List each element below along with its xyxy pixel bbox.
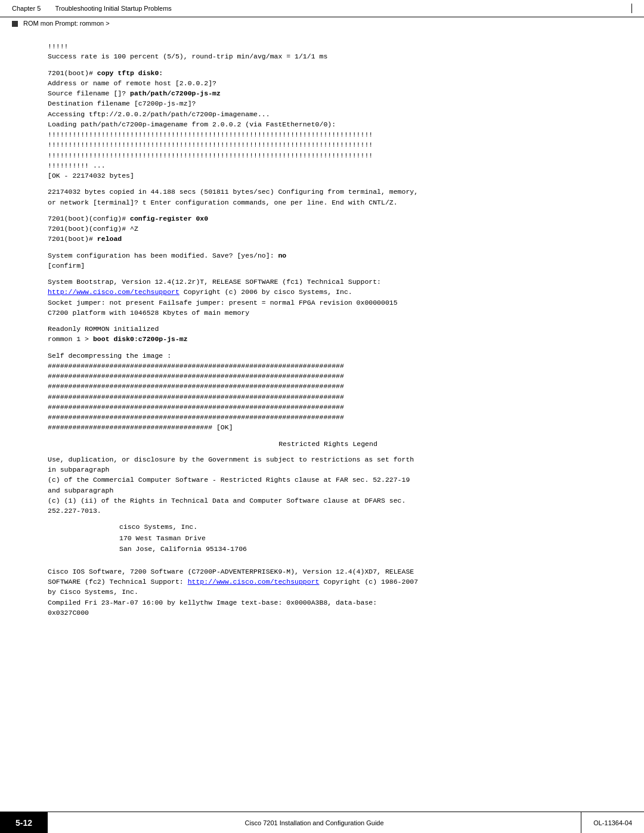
line43: 252.227-7013. xyxy=(48,507,101,515)
content-block-3: 22174032 bytes copied in 44.188 secs (50… xyxy=(48,187,608,208)
line27-plain: Copyright (c) 2006 by cisco Systems, Inc… xyxy=(179,288,352,296)
hashes4: ########################################… xyxy=(48,393,344,401)
line24: [confirm] xyxy=(48,262,85,270)
restricted-rights-title: Restricted Rights Legend xyxy=(48,439,608,450)
line13: !!!!!!!!!! ... xyxy=(48,162,106,169)
content-block-4: 7201(boot)(config)# config-register 0x0 … xyxy=(48,213,608,244)
line5: Address or name of remote host [2.0.0.2]… xyxy=(48,79,216,87)
line6-bold: path/path/c7200p-js-mz xyxy=(130,89,221,97)
line39: in subparagraph xyxy=(48,466,110,473)
line19-bold: config-register 0x0 xyxy=(130,215,208,222)
line47: Cisco IOS Software, 7200 Software (C7200… xyxy=(48,568,414,575)
line42: (c) (1) (ii) of the Rights in Technical … xyxy=(48,497,405,504)
content-block-9: Use, duplication, or disclosure by the G… xyxy=(48,454,608,516)
line40: (c) of the Commercial Computer Software … xyxy=(48,476,410,484)
content-block-2: 7201(boot)# copy tftp disk0: Address or … xyxy=(48,68,608,181)
line16: 22174032 bytes copied in 44.188 secs (50… xyxy=(48,188,418,196)
line48-plain: SOFTWARE (fc2) Technical Support: xyxy=(48,578,188,586)
line11: !!!!!!!!!!!!!!!!!!!!!!!!!!!!!!!!!!!!!!!!… xyxy=(48,141,373,148)
line49: by Cisco Systems, Inc. xyxy=(48,588,138,596)
techsupport-link-2[interactable]: http://www.cisco.com/techsupport xyxy=(188,578,320,586)
line14: [OK - 22174032 bytes] xyxy=(48,172,134,179)
breadcrumb-icon xyxy=(12,21,18,27)
line23-bold: no xyxy=(278,252,286,259)
techsupport-link-1[interactable]: http://www.cisco.com/techsupport xyxy=(48,288,179,296)
line9: Loading path/path/c7200p-imagename from … xyxy=(48,120,336,128)
line1: !!!!! xyxy=(48,42,69,50)
page-number: 5-12 xyxy=(0,812,48,833)
line4-bold: copy tftp disk0: xyxy=(97,69,163,77)
line38: Use, duplication, or disclosure by the G… xyxy=(48,456,414,463)
content-block-10: Cisco IOS Software, 7200 Software (C7200… xyxy=(48,566,608,618)
main-content: !!!!! Success rate is 100 percent (5/5),… xyxy=(0,29,644,636)
header-left: Chapter 5 Troubleshooting Initial Startu… xyxy=(12,5,172,12)
line33-bold: boot disk0:c7200p-js-mz xyxy=(93,335,188,343)
line7: Destination filename [c7200p-js-mz]? xyxy=(48,100,196,107)
guide-title: Cisco 7201 Installation and Configuratio… xyxy=(48,819,581,826)
doc-number: OL-11364-04 xyxy=(581,812,644,833)
hashes2: ########################################… xyxy=(48,372,344,380)
page-header: Chapter 5 Troubleshooting Initial Startu… xyxy=(0,0,644,17)
line26: System Bootstrap, Version 12.4(12.2r)T, … xyxy=(48,278,381,286)
content-block-8: Self decompressing the image : #########… xyxy=(48,351,608,433)
breadcrumb-text: ROM mon Prompt: rommon > xyxy=(23,20,110,27)
line17: or network [terminal]? t Enter configura… xyxy=(48,199,398,206)
chapter-label: Chapter 5 xyxy=(12,5,41,12)
line51: 0x0327C000 xyxy=(48,609,89,617)
content-block-7: Readonly ROMMON initialized rommon 1 > b… xyxy=(48,324,608,345)
breadcrumb: ROM mon Prompt: rommon > xyxy=(0,17,644,29)
line28: Socket jumper: not present Failsafe jump… xyxy=(48,299,398,306)
chapter-title: Troubleshooting Initial Startup Problems xyxy=(55,5,172,12)
content-block-6: System Bootstrap, Version 12.4(12.2r)T, … xyxy=(48,277,608,318)
line48-plain2: Copyright (c) 1986-2007 xyxy=(319,578,418,586)
line20: 7201(boot)(config)# ^Z xyxy=(48,225,138,233)
line41: and subparagraph xyxy=(48,487,113,494)
page-footer: 5-12 Cisco 7201 Installation and Configu… xyxy=(0,812,644,833)
hashes3: ########################################… xyxy=(48,382,344,390)
line8: Accessing tftp://2.0.0.2/path/path/c7200… xyxy=(48,110,270,118)
line4-plain: 7201(boot)# xyxy=(48,69,97,77)
cisco-city: San Jose, California 95134-1706 xyxy=(119,545,247,553)
cisco-street: 170 West Tasman Drive xyxy=(119,534,206,542)
line50: Compiled Fri 23-Mar-07 16:00 by kellythw… xyxy=(48,599,377,606)
content-block-1: !!!!! Success rate is 100 percent (5/5),… xyxy=(48,41,608,62)
cisco-name: cisco Systems, Inc. xyxy=(119,523,197,531)
hashes7: ########################################… xyxy=(48,423,233,431)
line29: C7200 platform with 1046528 Kbytes of ma… xyxy=(48,309,249,317)
cisco-address: cisco Systems, Inc. 170 West Tasman Driv… xyxy=(48,522,608,555)
hashes5: ########################################… xyxy=(48,403,344,411)
line12: !!!!!!!!!!!!!!!!!!!!!!!!!!!!!!!!!!!!!!!!… xyxy=(48,151,373,159)
line21-plain: 7201(boot)# xyxy=(48,235,97,243)
line19-plain: 7201(boot)(config)# xyxy=(48,215,130,222)
line6-plain: Source filename []? xyxy=(48,89,130,97)
line23-plain: System configuration has been modified. … xyxy=(48,252,278,259)
line32: Readonly ROMMON initialized xyxy=(48,325,159,333)
hashes6: ########################################… xyxy=(48,413,344,421)
self-decomp: Self decompressing the image : xyxy=(48,352,171,360)
line10: !!!!!!!!!!!!!!!!!!!!!!!!!!!!!!!!!!!!!!!!… xyxy=(48,131,373,138)
hashes1: ########################################… xyxy=(48,362,344,370)
line21-bold: reload xyxy=(97,235,122,243)
content-block-5: System configuration has been modified. … xyxy=(48,250,608,271)
line33-plain: rommon 1 > xyxy=(48,335,93,343)
line2: Success rate is 100 percent (5/5), round… xyxy=(48,52,327,60)
